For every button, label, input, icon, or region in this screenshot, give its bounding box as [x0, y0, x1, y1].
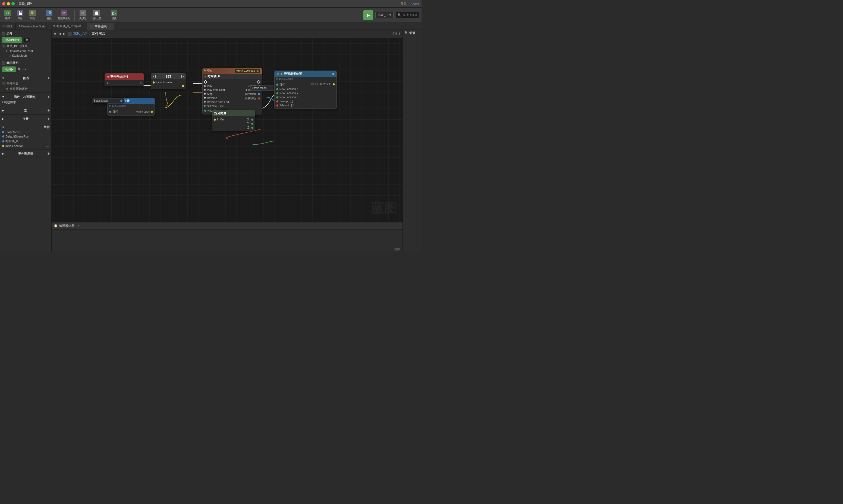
- compile-button[interactable]: ⚙ 编译: [2, 9, 13, 22]
- timeline-nt-dot: [204, 110, 206, 112]
- set-al-teleport-checkbox[interactable]: [291, 104, 294, 107]
- timeline-reverse-end-pin: Reverse from End: [203, 100, 232, 104]
- event-dispatchers-add-icon[interactable]: +: [48, 151, 50, 156]
- timeline-st-label: Set New Time: [207, 105, 224, 108]
- new-button[interactable]: +新增▾: [2, 67, 16, 72]
- right-panel: 🔍 细节: [402, 30, 422, 252]
- add-component-button[interactable]: +添加组件▾: [2, 37, 22, 43]
- break-z-label: Z: [247, 126, 249, 129]
- find-button[interactable]: 🔎 查找: [44, 9, 55, 22]
- blueprint-label: 我的蓝图: [6, 61, 18, 65]
- viewport-tab-icon: □: [3, 25, 5, 28]
- compile-label: 编译: [5, 17, 10, 20]
- event-graph-item[interactable]: ⬛ 事件图表: [0, 81, 51, 86]
- breadcrumb-bp[interactable]: 高铁_BP: [73, 32, 87, 36]
- variables-add-icon[interactable]: +: [48, 116, 50, 121]
- search-filter-box[interactable]: 🔍 调试过滤器: [396, 12, 419, 18]
- timeline-st-dot: [204, 106, 206, 107]
- maximize-button[interactable]: [12, 2, 15, 5]
- compiler-results-dropdown[interactable]: ▾: [78, 224, 80, 228]
- static-mesh-left-node[interactable]: Static Mesh: [92, 98, 124, 103]
- components-label: 组件: [6, 32, 13, 36]
- initial-location-var-dot: [2, 145, 4, 147]
- component-vars-title[interactable]: ▼ 组件: [0, 124, 51, 130]
- break-in-label: In Vec: [217, 118, 225, 121]
- tab-construction-script[interactable]: f Construction Scrip: [16, 23, 49, 30]
- event-begin-play-icon: ⚡: [5, 87, 9, 90]
- graphs-section: ▼ 图表 + ⬛ 事件图表 ⚡ 事件开始运行: [0, 74, 51, 93]
- simulate-button[interactable]: ▷ 模拟: [109, 9, 120, 22]
- detail-search-icon[interactable]: 🔍: [405, 31, 408, 35]
- star-icon[interactable]: ★: [54, 32, 56, 36]
- save-button[interactable]: 💾 保存: [15, 9, 25, 22]
- break-vector-outputs: X Y Z: [234, 118, 255, 130]
- search-my-bp-icon[interactable]: 🔍: [18, 68, 22, 71]
- find-label: 查找: [47, 17, 52, 20]
- toolbar-right: ▶ 高铁_BP▾ 🔍 调试过滤器: [363, 10, 419, 20]
- timeline-stop-pin: Stop: [203, 92, 232, 96]
- break-vector-node[interactable]: 拆分向量 In Vec X: [212, 110, 255, 131]
- set-al-z-dot: [276, 96, 278, 98]
- class-settings-button[interactable]: ⚙ 类设置: [78, 9, 88, 22]
- bp-canvas[interactable]: ◈ 事件开始运行 ● ▷ ◁ SET ▷: [52, 38, 402, 222]
- timeline-node[interactable]: 时间轴_0 已经过 0.00 s (0.0 %) ◈ 时间轴_0: [202, 68, 262, 114]
- event-graph-item-label: 事件图表: [6, 82, 18, 86]
- bp-options-icon[interactable]: ▾: [25, 68, 27, 71]
- static-mesh-var-label: StaticMesh: [5, 130, 20, 134]
- set-actor-location-node[interactable]: ◁ f 设置场景位置 ▷ 目标是场景组件 目标: [274, 71, 337, 109]
- set-al-label: 设置场景位置: [284, 72, 302, 76]
- clear-button[interactable]: 清除: [394, 247, 400, 251]
- tree-item-static-mesh[interactable]: ◇ StaticMesh: [0, 53, 51, 58]
- set-node[interactable]: ◁ SET ▷ Initial Location: [151, 73, 186, 89]
- event-graph-tab-icon: ⬛: [90, 25, 93, 28]
- browse-button[interactable]: 🔍 浏览: [27, 9, 38, 22]
- graphs-add-icon[interactable]: +: [48, 76, 50, 80]
- window-controls[interactable]: [2, 2, 15, 5]
- break-y-dot: [251, 123, 253, 125]
- static-mesh-var[interactable]: StaticMesh: [0, 130, 51, 134]
- construct-script-item[interactable]: f 构建脚本: [0, 100, 51, 105]
- functions-title[interactable]: ▼ 函数（20可覆盖） +: [0, 94, 51, 100]
- minimize-button[interactable]: [7, 2, 10, 5]
- default-scene-root-var-dot: [2, 136, 4, 138]
- functions-add-icon[interactable]: +: [48, 95, 50, 99]
- set-al-exec-in: ◁: [277, 72, 279, 76]
- event-begin-play-node[interactable]: ◈ 事件开始运行 ● ▷: [105, 73, 144, 86]
- hide-unrelated-button[interactable]: 👁 隐藏不相关: [56, 9, 72, 22]
- macros-collapse-icon: ▶: [2, 109, 4, 112]
- break-vector-body: In Vec X Y: [212, 116, 255, 131]
- set-al-sweep-checkbox[interactable]: [290, 100, 293, 103]
- view-options-icon[interactable]: ≡: [22, 68, 24, 71]
- component-search-input[interactable]: 🔍: [24, 38, 30, 42]
- tab-timeline[interactable]: ⏱ 时间轴_0_Templat...: [49, 23, 87, 30]
- tab-viewport[interactable]: □ 视口: [0, 23, 16, 30]
- event-dispatchers-label: 事件调度器: [18, 151, 33, 156]
- tree-item-default-scene-root[interactable]: ◈ DefaultSceneRoot: [0, 49, 51, 53]
- tab-event-graph[interactable]: ⬛ 事件图表 ×: [87, 23, 114, 30]
- components-icon: ⬛: [2, 32, 5, 36]
- close-tab-icon[interactable]: ×: [109, 25, 111, 28]
- play-button[interactable]: ▶: [363, 10, 373, 20]
- class-defaults-button[interactable]: 📋 类默认值: [90, 9, 103, 22]
- graphs-title[interactable]: ▼ 图表 +: [0, 75, 51, 81]
- timeline-var[interactable]: 时间轴_0: [0, 139, 51, 144]
- default-scene-root-var[interactable]: DefaultSceneRoc: [0, 134, 51, 139]
- timeline-pfs-dot: [204, 89, 206, 91]
- macros-title[interactable]: ▶ 宏 +: [0, 107, 51, 113]
- back-icon[interactable]: ◀: [59, 32, 61, 36]
- static-mesh-label: StaticMesh: [12, 54, 27, 57]
- browse-icon: 🔍: [29, 10, 36, 16]
- forward-icon[interactable]: ▶: [63, 32, 65, 36]
- variables-title[interactable]: ▶ 变量 +: [0, 116, 51, 122]
- macros-add-icon[interactable]: +: [48, 108, 50, 112]
- initial-location-var[interactable]: initialLocation —: [0, 144, 51, 148]
- event-begin-play-item[interactable]: ⚡ 事件开始运行: [0, 86, 51, 91]
- tree-item-self[interactable]: ⬛ 高铁_BP（自身）: [0, 43, 51, 49]
- event-dispatchers-title[interactable]: ▶ 事件调度器 +: [0, 150, 51, 157]
- set-al-x-label: New Location X: [279, 88, 298, 91]
- parent-value: Actor: [412, 2, 419, 5]
- event-begin-play-header: ◈ 事件开始运行: [105, 73, 144, 80]
- bp-dropdown[interactable]: 高铁_BP▾: [375, 12, 394, 18]
- close-button[interactable]: [2, 2, 5, 5]
- timeline-play-pin: Play: [203, 84, 232, 88]
